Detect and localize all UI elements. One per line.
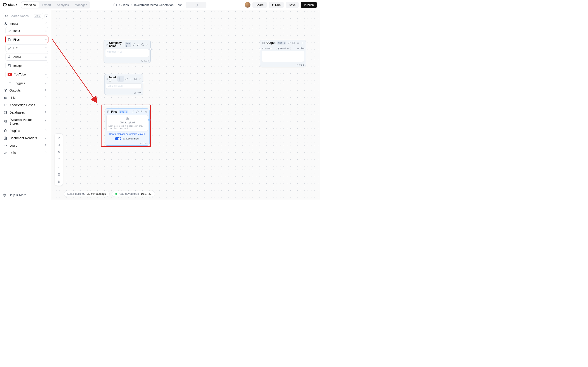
sidebar-cat-utils[interactable]: Utils <box>3 149 48 156</box>
close-icon[interactable] <box>146 43 149 46</box>
info-icon[interactable] <box>141 43 144 46</box>
run-button[interactable]: Run <box>269 2 284 8</box>
input-port[interactable] <box>259 48 261 50</box>
sidebar-item-youtube[interactable]: YouTube≡ <box>6 71 48 78</box>
svg-point-23 <box>262 42 265 44</box>
info-icon[interactable] <box>292 42 295 44</box>
close-icon[interactable] <box>301 42 304 44</box>
node-time: 0.1 s <box>299 64 304 66</box>
expand-icon[interactable] <box>132 43 136 46</box>
book-icon <box>4 136 7 140</box>
close-icon[interactable] <box>145 110 147 113</box>
node-company-name[interactable]: Company name in-0 0.0 s <box>104 40 151 63</box>
upload-dropzone[interactable]: Click to upload (.pdf, .doc, .docx, .txt… <box>106 115 148 131</box>
output-port[interactable] <box>149 48 152 50</box>
node-output[interactable]: Output out-0 Formatted Download ⋮ Clear … <box>260 40 306 67</box>
info-icon[interactable] <box>134 77 137 81</box>
expose-toggle[interactable] <box>115 137 121 140</box>
puzzle-icon <box>4 129 7 133</box>
tool-zoom-out[interactable] <box>56 150 61 155</box>
sidebar-cat-inputs[interactable]: Inputs <box>3 19 48 27</box>
sidebar-cat-llms[interactable]: LLMs <box>3 94 48 101</box>
save-button[interactable]: Save <box>286 2 299 8</box>
gear-icon[interactable] <box>296 42 300 44</box>
expand-icon[interactable] <box>288 42 291 44</box>
sidebar-cat-logic[interactable]: Logic <box>3 142 48 149</box>
breadcrumb-separator: / <box>131 3 132 7</box>
node-input1[interactable]: Input 1 in-1 0.0 s <box>104 74 143 95</box>
node-title: Company name <box>109 41 123 48</box>
view-tabs: Workflow Export Analytics Manager <box>21 1 90 8</box>
node-input-field[interactable] <box>106 83 142 89</box>
output-port[interactable] <box>148 119 150 121</box>
clear-button[interactable]: Clear <box>296 47 306 50</box>
chevron-right-icon <box>44 144 47 147</box>
sidebar-item-input[interactable]: Input≡ <box>6 27 48 34</box>
tool-grid[interactable] <box>56 172 61 177</box>
fit-icon <box>57 158 61 161</box>
download-icon <box>277 48 279 50</box>
sidebar-item-audio[interactable]: Audio≡ <box>6 53 48 60</box>
more-icon[interactable]: ⋮ <box>292 47 294 50</box>
help-link[interactable]: Help & More <box>3 193 26 197</box>
svg-point-4 <box>4 97 5 98</box>
tab-export[interactable]: Export <box>40 2 54 8</box>
sidebar-cat-dvs[interactable]: Dynamic Vector Stores <box>3 116 48 127</box>
edit-icon[interactable] <box>137 43 140 46</box>
sidebar-cat-plugins[interactable]: Plugins <box>3 127 48 134</box>
sidebar-item-files[interactable]: Files≡ <box>6 36 48 43</box>
edit-icon[interactable] <box>130 77 132 81</box>
canvas[interactable]: Company name in-0 0.0 s Input 1 in-1 <box>51 10 320 200</box>
node-header: Output out-0 <box>260 40 306 46</box>
svg-rect-9 <box>4 120 5 121</box>
image-icon <box>8 64 11 67</box>
expand-icon[interactable] <box>131 110 134 113</box>
node-badge: in-0 <box>125 42 131 47</box>
share-button[interactable]: Share <box>252 2 267 8</box>
tool-map[interactable] <box>56 179 61 184</box>
publish-button[interactable]: Publish <box>301 2 317 8</box>
search-input[interactable] <box>10 14 32 18</box>
resize-handle-icon[interactable]: ⋰ <box>302 59 304 61</box>
tool-fit[interactable] <box>56 157 61 162</box>
expand-icon[interactable] <box>125 77 128 81</box>
sidebar-cat-docreaders[interactable]: Document Readers <box>3 134 48 142</box>
input-arrow-icon <box>106 77 108 81</box>
output-port[interactable] <box>142 81 144 83</box>
node-files[interactable]: Files doc-0 Click to upload (.pdf, .doc,… <box>105 108 149 146</box>
sidebar-collapse-button[interactable]: ◀ <box>44 14 48 18</box>
tool-zoom-in[interactable] <box>56 142 61 148</box>
grid-icon <box>57 173 61 176</box>
gear-icon[interactable] <box>140 110 143 113</box>
tool-cursor[interactable] <box>56 135 61 140</box>
info-icon[interactable] <box>136 110 139 113</box>
sidebar-item-triggers[interactable]: Triggers <box>6 79 48 87</box>
svg-line-28 <box>52 39 96 102</box>
breadcrumb-file[interactable]: Investment Memo Generation - Test <box>134 3 182 7</box>
node-title: Files <box>111 110 117 113</box>
node-time: 0.0 s <box>143 142 147 144</box>
file-icon <box>107 110 110 113</box>
download-button[interactable]: Download <box>276 47 291 50</box>
tab-workflow[interactable]: Workflow <box>21 2 39 8</box>
sidebar-item-image[interactable]: Image≡ <box>6 62 48 69</box>
api-docs-link[interactable]: How to manage documents via API <box>105 131 149 136</box>
sidebar-cat-kb[interactable]: Knowledge Bases <box>3 101 48 109</box>
svg-rect-33 <box>59 173 60 174</box>
drag-icon: ≡ <box>45 38 46 41</box>
upload-formats: (.pdf, .doc, .docx, .txt, .xlsx, .csv, .… <box>108 125 146 129</box>
help-icon <box>3 193 6 197</box>
search-box[interactable]: CtrlK <box>3 13 43 19</box>
node-header: Input 1 in-1 <box>104 74 143 83</box>
breadcrumb-folder[interactable]: Guides <box>119 3 129 7</box>
tool-note[interactable] <box>56 165 61 169</box>
sidebar-cat-outputs[interactable]: Outputs <box>3 87 48 94</box>
search-kbd: CtrlK <box>34 14 41 18</box>
sidebar-cat-db[interactable]: Databases <box>3 109 48 116</box>
node-input-field[interactable] <box>105 49 149 57</box>
sidebar-item-url[interactable]: URL≡ <box>6 44 48 52</box>
tab-manager[interactable]: Manager <box>72 2 89 8</box>
avatar[interactable] <box>245 2 251 8</box>
tab-analytics[interactable]: Analytics <box>54 2 72 8</box>
close-icon[interactable] <box>138 77 141 81</box>
